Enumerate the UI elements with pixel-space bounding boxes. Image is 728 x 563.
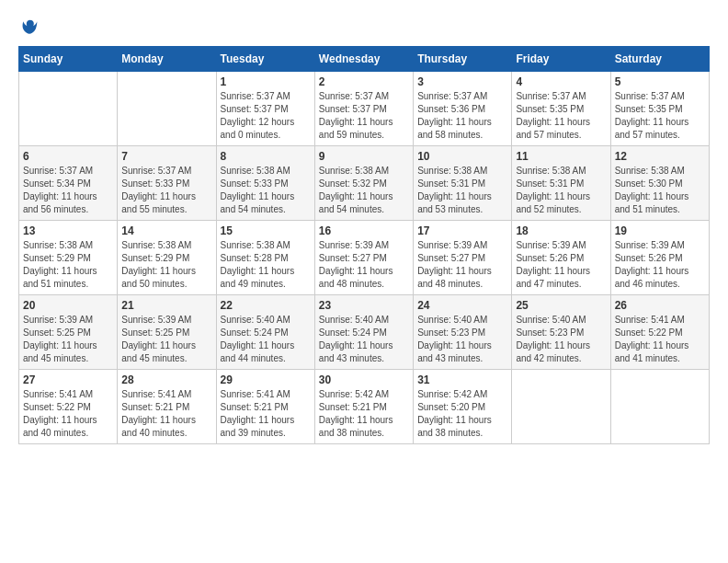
- day-number: 10: [417, 150, 507, 163]
- day-info: Sunrise: 5:42 AM Sunset: 5:21 PM Dayligh…: [319, 388, 409, 440]
- calendar-cell: 1Sunrise: 5:37 AM Sunset: 5:37 PM Daylig…: [216, 72, 314, 146]
- day-number: 23: [319, 299, 409, 312]
- day-info: Sunrise: 5:41 AM Sunset: 5:22 PM Dayligh…: [23, 388, 113, 440]
- calendar-cell: 24Sunrise: 5:40 AM Sunset: 5:23 PM Dayli…: [414, 295, 512, 370]
- day-number: 22: [221, 299, 311, 312]
- day-info: Sunrise: 5:39 AM Sunset: 5:25 PM Dayligh…: [23, 314, 113, 365]
- day-number: 4: [516, 75, 606, 88]
- day-number: 19: [615, 224, 705, 237]
- calendar-cell: 12Sunrise: 5:38 AM Sunset: 5:30 PM Dayli…: [610, 146, 709, 221]
- week-row-2: 6Sunrise: 5:37 AM Sunset: 5:34 PM Daylig…: [19, 146, 710, 221]
- calendar-cell: 27Sunrise: 5:41 AM Sunset: 5:22 PM Dayli…: [19, 370, 118, 444]
- day-number: 21: [121, 299, 211, 312]
- day-number: 27: [23, 373, 113, 386]
- header-tuesday: Tuesday: [216, 47, 314, 72]
- day-info: Sunrise: 5:40 AM Sunset: 5:24 PM Dayligh…: [221, 314, 311, 365]
- day-info: Sunrise: 5:39 AM Sunset: 5:27 PM Dayligh…: [417, 239, 507, 291]
- calendar-cell: 29Sunrise: 5:41 AM Sunset: 5:21 PM Dayli…: [216, 370, 314, 444]
- header-row: SundayMondayTuesdayWednesdayThursdayFrid…: [19, 47, 710, 72]
- day-number: 3: [417, 75, 507, 88]
- day-number: 31: [417, 373, 507, 386]
- day-info: Sunrise: 5:37 AM Sunset: 5:35 PM Dayligh…: [615, 90, 705, 142]
- day-number: 14: [121, 224, 211, 237]
- day-info: Sunrise: 5:37 AM Sunset: 5:36 PM Dayligh…: [417, 90, 507, 142]
- calendar-cell: 4Sunrise: 5:37 AM Sunset: 5:35 PM Daylig…: [512, 72, 610, 146]
- calendar-cell: [19, 72, 118, 146]
- calendar-cell: 20Sunrise: 5:39 AM Sunset: 5:25 PM Dayli…: [19, 295, 118, 370]
- calendar-cell: 23Sunrise: 5:40 AM Sunset: 5:24 PM Dayli…: [314, 295, 413, 370]
- calendar-cell: 6Sunrise: 5:37 AM Sunset: 5:34 PM Daylig…: [19, 146, 118, 221]
- calendar-cell: 16Sunrise: 5:39 AM Sunset: 5:27 PM Dayli…: [314, 221, 413, 295]
- day-number: 1: [221, 75, 311, 88]
- day-info: Sunrise: 5:38 AM Sunset: 5:33 PM Dayligh…: [221, 165, 311, 216]
- calendar-cell: 8Sunrise: 5:38 AM Sunset: 5:33 PM Daylig…: [216, 146, 314, 221]
- day-number: 2: [319, 75, 409, 88]
- day-info: Sunrise: 5:40 AM Sunset: 5:23 PM Dayligh…: [516, 314, 606, 365]
- calendar-cell: 28Sunrise: 5:41 AM Sunset: 5:21 PM Dayli…: [118, 370, 216, 444]
- calendar-cell: 15Sunrise: 5:38 AM Sunset: 5:28 PM Dayli…: [216, 221, 314, 295]
- day-number: 9: [319, 150, 409, 163]
- day-number: 16: [319, 224, 409, 237]
- calendar-cell: 7Sunrise: 5:37 AM Sunset: 5:33 PM Daylig…: [118, 146, 216, 221]
- logo: [18, 18, 39, 37]
- calendar-cell: 11Sunrise: 5:38 AM Sunset: 5:31 PM Dayli…: [512, 146, 610, 221]
- calendar-cell: 26Sunrise: 5:41 AM Sunset: 5:22 PM Dayli…: [610, 295, 709, 370]
- calendar-cell: 5Sunrise: 5:37 AM Sunset: 5:35 PM Daylig…: [610, 72, 709, 146]
- calendar-cell: [512, 370, 610, 444]
- day-number: 26: [615, 299, 705, 312]
- day-info: Sunrise: 5:37 AM Sunset: 5:33 PM Dayligh…: [121, 165, 211, 216]
- day-info: Sunrise: 5:40 AM Sunset: 5:23 PM Dayligh…: [417, 314, 507, 365]
- day-number: 18: [516, 224, 606, 237]
- calendar-cell: 13Sunrise: 5:38 AM Sunset: 5:29 PM Dayli…: [19, 221, 118, 295]
- week-row-4: 20Sunrise: 5:39 AM Sunset: 5:25 PM Dayli…: [19, 295, 710, 370]
- day-info: Sunrise: 5:38 AM Sunset: 5:28 PM Dayligh…: [221, 239, 311, 291]
- calendar-body: 1Sunrise: 5:37 AM Sunset: 5:37 PM Daylig…: [19, 72, 710, 444]
- header-friday: Friday: [512, 47, 610, 72]
- calendar-table: SundayMondayTuesdayWednesdayThursdayFrid…: [18, 46, 710, 444]
- week-row-3: 13Sunrise: 5:38 AM Sunset: 5:29 PM Dayli…: [19, 221, 710, 295]
- day-info: Sunrise: 5:40 AM Sunset: 5:24 PM Dayligh…: [319, 314, 409, 365]
- day-number: 30: [319, 373, 409, 386]
- calendar-cell: 21Sunrise: 5:39 AM Sunset: 5:25 PM Dayli…: [118, 295, 216, 370]
- day-info: Sunrise: 5:42 AM Sunset: 5:20 PM Dayligh…: [417, 388, 507, 440]
- day-info: Sunrise: 5:41 AM Sunset: 5:21 PM Dayligh…: [121, 388, 211, 440]
- day-number: 12: [615, 150, 705, 163]
- day-info: Sunrise: 5:41 AM Sunset: 5:22 PM Dayligh…: [615, 314, 705, 365]
- week-row-5: 27Sunrise: 5:41 AM Sunset: 5:22 PM Dayli…: [19, 370, 710, 444]
- calendar-cell: 22Sunrise: 5:40 AM Sunset: 5:24 PM Dayli…: [216, 295, 314, 370]
- calendar-header: SundayMondayTuesdayWednesdayThursdayFrid…: [19, 47, 710, 72]
- header-sunday: Sunday: [19, 47, 118, 72]
- calendar-cell: [118, 72, 216, 146]
- day-number: 29: [221, 373, 311, 386]
- day-info: Sunrise: 5:39 AM Sunset: 5:26 PM Dayligh…: [615, 239, 705, 291]
- day-info: Sunrise: 5:37 AM Sunset: 5:37 PM Dayligh…: [319, 90, 409, 142]
- day-number: 7: [121, 150, 211, 163]
- week-row-1: 1Sunrise: 5:37 AM Sunset: 5:37 PM Daylig…: [19, 72, 710, 146]
- day-info: Sunrise: 5:37 AM Sunset: 5:34 PM Dayligh…: [23, 165, 113, 216]
- day-number: 28: [121, 373, 211, 386]
- day-number: 5: [615, 75, 705, 88]
- day-number: 17: [417, 224, 507, 237]
- day-info: Sunrise: 5:38 AM Sunset: 5:30 PM Dayligh…: [615, 165, 705, 216]
- header-saturday: Saturday: [610, 47, 709, 72]
- calendar-cell: 19Sunrise: 5:39 AM Sunset: 5:26 PM Dayli…: [610, 221, 709, 295]
- calendar-cell: 14Sunrise: 5:38 AM Sunset: 5:29 PM Dayli…: [118, 221, 216, 295]
- calendar-cell: 18Sunrise: 5:39 AM Sunset: 5:26 PM Dayli…: [512, 221, 610, 295]
- day-info: Sunrise: 5:38 AM Sunset: 5:31 PM Dayligh…: [516, 165, 606, 216]
- header-wednesday: Wednesday: [314, 47, 413, 72]
- calendar-cell: 2Sunrise: 5:37 AM Sunset: 5:37 PM Daylig…: [314, 72, 413, 146]
- header-thursday: Thursday: [414, 47, 512, 72]
- day-number: 24: [417, 299, 507, 312]
- day-info: Sunrise: 5:38 AM Sunset: 5:32 PM Dayligh…: [319, 165, 409, 216]
- calendar-cell: 30Sunrise: 5:42 AM Sunset: 5:21 PM Dayli…: [314, 370, 413, 444]
- day-info: Sunrise: 5:38 AM Sunset: 5:31 PM Dayligh…: [417, 165, 507, 216]
- day-info: Sunrise: 5:39 AM Sunset: 5:25 PM Dayligh…: [121, 314, 211, 365]
- header-monday: Monday: [118, 47, 216, 72]
- day-info: Sunrise: 5:41 AM Sunset: 5:21 PM Dayligh…: [221, 388, 311, 440]
- day-number: 8: [221, 150, 311, 163]
- calendar-cell: 9Sunrise: 5:38 AM Sunset: 5:32 PM Daylig…: [314, 146, 413, 221]
- day-number: 6: [23, 150, 113, 163]
- day-info: Sunrise: 5:37 AM Sunset: 5:35 PM Dayligh…: [516, 90, 606, 142]
- calendar-cell: 17Sunrise: 5:39 AM Sunset: 5:27 PM Dayli…: [414, 221, 512, 295]
- calendar-cell: 25Sunrise: 5:40 AM Sunset: 5:23 PM Dayli…: [512, 295, 610, 370]
